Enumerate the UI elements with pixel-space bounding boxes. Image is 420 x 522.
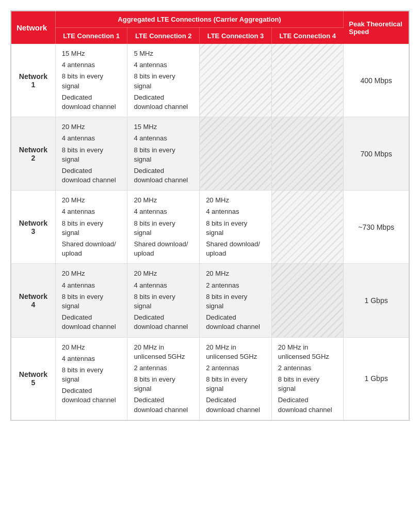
cell-line: 20 MHz	[62, 343, 121, 352]
cell-line: 20 MHz	[206, 269, 265, 278]
cell-line: 4 antennas	[62, 60, 121, 70]
cell-line: 20 MHz	[62, 122, 121, 132]
peak-speed-cell: 400 Mbps	[344, 44, 409, 117]
connection-cell-4: 20 MHz in unlicensed 5GHz2 antennas8 bit…	[271, 337, 343, 420]
cell-line: Dedicated download channel	[134, 313, 193, 331]
peak-speed-cell: 700 Mbps	[344, 117, 409, 191]
table-row: Network 115 MHz4 antennas8 bits in every…	[11, 44, 409, 117]
connection-cell-4	[271, 117, 343, 191]
cell-line: Dedicated download channel	[278, 396, 337, 414]
cell-line: 8 bits in every signal	[134, 72, 193, 90]
connection-cell-4	[271, 264, 343, 337]
peak-speed-column-header: Peak Theoretical Speed	[344, 11, 409, 44]
connection-cell-3	[200, 117, 272, 191]
connection-cell-2: 5 MHz4 antennas8 bits in every signalDed…	[127, 44, 200, 117]
cell-line: Dedicated download channel	[206, 313, 265, 331]
cell-line: 4 antennas	[62, 354, 121, 363]
cell-line: 8 bits in every signal	[278, 375, 337, 393]
connection-cell-4	[271, 44, 343, 117]
cell-line: 8 bits in every signal	[62, 292, 121, 311]
cell-line: 8 bits in every signal	[62, 146, 121, 164]
network-name-cell: Network 5	[11, 337, 56, 420]
cell-line: 4 antennas	[62, 281, 121, 290]
cell-line: 20 MHz	[62, 269, 121, 278]
cell-line: Dedicated download channel	[134, 93, 193, 112]
cell-line: 20 MHz in unlicensed 5GHz	[134, 343, 193, 361]
cell-line: 4 antennas	[62, 134, 121, 143]
cell-line: Dedicated download channel	[62, 313, 121, 331]
cell-line: 4 antennas	[206, 207, 265, 216]
aggregated-column-header: Aggregated LTE Connections (Carrier Aggr…	[55, 11, 343, 28]
cell-line: 8 bits in every signal	[62, 366, 121, 384]
cell-line: 15 MHz	[134, 122, 193, 132]
connection-cell-3: 20 MHz4 antennas8 bits in every signalSh…	[200, 191, 272, 264]
cell-line: 15 MHz	[62, 49, 121, 58]
cell-line: 8 bits in every signal	[206, 375, 265, 393]
header-row-top: Network Aggregated LTE Connections (Carr…	[11, 11, 409, 28]
table-row: Network 420 MHz4 antennas8 bits in every…	[11, 264, 409, 337]
cell-line: Dedicated download channel	[62, 93, 121, 112]
network-name-cell: Network 1	[11, 44, 56, 117]
cell-line: 4 antennas	[134, 207, 193, 216]
cell-line: 4 antennas	[62, 207, 121, 216]
cell-line: 20 MHz in unlicensed 5GHz	[206, 343, 265, 361]
connection-cell-1: 20 MHz4 antennas8 bits in every signalDe…	[55, 117, 127, 191]
network-name-cell: Network 3	[11, 191, 56, 264]
cell-line: 20 MHz	[62, 196, 121, 205]
network-column-header: Network	[11, 11, 56, 44]
cell-line: Dedicated download channel	[134, 166, 193, 185]
cell-line: Dedicated download channel	[62, 386, 121, 405]
cell-line: Dedicated download channel	[62, 166, 121, 185]
connection-cell-1: 20 MHz4 antennas8 bits in every signalDe…	[55, 337, 127, 420]
connection-cell-3	[200, 44, 272, 117]
cell-line: 2 antennas	[206, 281, 265, 290]
cell-line: 4 antennas	[134, 281, 193, 290]
peak-speed-cell: 1 Gbps	[344, 264, 409, 337]
connection-cell-2: 20 MHz4 antennas8 bits in every signalDe…	[127, 264, 200, 337]
connection-cell-3: 20 MHz in unlicensed 5GHz2 antennas8 bit…	[200, 337, 272, 420]
cell-line: 8 bits in every signal	[62, 72, 121, 90]
cell-line: 8 bits in every signal	[134, 375, 193, 393]
cell-line: 20 MHz	[206, 196, 265, 205]
cell-line: 8 bits in every signal	[206, 292, 265, 311]
cell-line: 4 antennas	[134, 60, 193, 70]
lte-connection-1-header: LTE Connection 1	[55, 28, 127, 44]
connection-cell-2: 20 MHz4 antennas8 bits in every signalSh…	[127, 191, 200, 264]
cell-line: 8 bits in every signal	[134, 146, 193, 164]
cell-line: Dedicated download channel	[134, 396, 193, 414]
main-table-wrapper: Network Aggregated LTE Connections (Carr…	[10, 10, 410, 421]
table-row: Network 320 MHz4 antennas8 bits in every…	[11, 191, 409, 264]
cell-line: Shared download/ upload	[134, 240, 193, 258]
connection-cell-2: 15 MHz4 antennas8 bits in every signalDe…	[127, 117, 200, 191]
table-row: Network 520 MHz4 antennas8 bits in every…	[11, 337, 409, 420]
cell-line: 4 antennas	[134, 134, 193, 143]
cell-line: 5 MHz	[134, 49, 193, 58]
peak-speed-cell: ~730 Mbps	[344, 191, 409, 264]
connection-cell-2: 20 MHz in unlicensed 5GHz2 antennas8 bit…	[127, 337, 200, 420]
network-name-cell: Network 4	[11, 264, 56, 337]
cell-line: 8 bits in every signal	[134, 292, 193, 311]
cell-line: Dedicated download channel	[206, 396, 265, 414]
lte-connection-2-header: LTE Connection 2	[127, 28, 200, 44]
connection-cell-1: 20 MHz4 antennas8 bits in every signalDe…	[55, 264, 127, 337]
cell-line: 8 bits in every signal	[134, 219, 193, 238]
cell-line: 20 MHz	[134, 269, 193, 278]
cell-line: Shared download/ upload	[62, 240, 121, 258]
peak-speed-cell: 1 Gbps	[344, 337, 409, 420]
cell-line: 8 bits in every signal	[62, 219, 121, 238]
connection-cell-4	[271, 191, 343, 264]
cell-line: 20 MHz in unlicensed 5GHz	[278, 343, 337, 361]
lte-connection-4-header: LTE Connection 4	[271, 28, 343, 44]
connection-cell-1: 15 MHz4 antennas8 bits in every signalDe…	[55, 44, 127, 117]
table-row: Network 220 MHz4 antennas8 bits in every…	[11, 117, 409, 191]
cell-line: 2 antennas	[134, 363, 193, 373]
cell-line: 20 MHz	[134, 196, 193, 205]
cell-line: Shared download/ upload	[206, 240, 265, 258]
cell-line: 2 antennas	[278, 363, 337, 373]
connection-cell-1: 20 MHz4 antennas8 bits in every signalSh…	[55, 191, 127, 264]
lte-connection-3-header: LTE Connection 3	[200, 28, 272, 44]
connection-cell-3: 20 MHz2 antennas8 bits in every signalDe…	[200, 264, 272, 337]
cell-line: 2 antennas	[206, 363, 265, 373]
cell-line: 8 bits in every signal	[206, 219, 265, 238]
network-name-cell: Network 2	[11, 117, 56, 191]
